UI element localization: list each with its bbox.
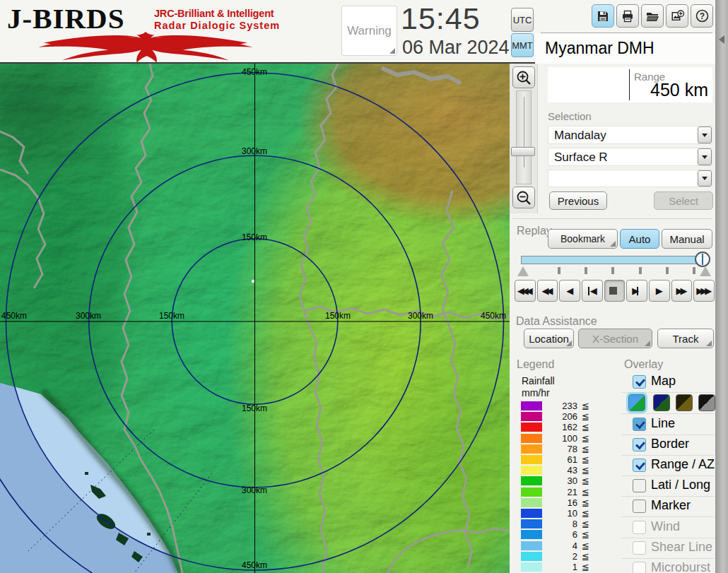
location-button[interactable]: Location <box>524 329 574 348</box>
checkbox-shear-line[interactable] <box>633 541 646 555</box>
previous-button[interactable]: Previous <box>549 191 607 210</box>
zoom-slider-thumb[interactable] <box>511 147 535 156</box>
help-button[interactable]: ? <box>691 4 713 28</box>
station-dropdown[interactable]: Mandalay <box>548 126 712 144</box>
legend-suffix: ≦ <box>582 411 589 422</box>
legend-color-swatch <box>521 466 542 475</box>
overlay-item-label: Shear Line <box>651 540 712 555</box>
replay-label: Replay <box>517 225 552 237</box>
radar-map-canvas[interactable]: 450km 300km 150km 150km 300km 450km 450k… <box>0 64 510 573</box>
dropdown-arrow-button[interactable] <box>698 170 712 187</box>
auto-mode-button[interactable]: Auto <box>620 229 659 249</box>
legend-color-swatch <box>521 434 542 443</box>
skip-to-end-button[interactable]: ▶ <box>626 280 647 302</box>
svg-text:450km: 450km <box>481 311 506 321</box>
zoom-out-button[interactable] <box>512 187 535 208</box>
tick <box>558 267 560 274</box>
legend-suffix: ≦ <box>582 508 589 519</box>
location-label: Location <box>529 333 569 345</box>
station-title-band: Myanmar DMH <box>535 33 715 64</box>
help-icon: ? <box>695 8 710 23</box>
checkbox-wind[interactable] <box>633 521 646 534</box>
utc-button[interactable]: UTC <box>511 8 534 32</box>
legend-value: 206 <box>544 411 577 422</box>
checkbox-microburst[interactable] <box>633 562 646 573</box>
range-start-marker[interactable] <box>517 266 529 276</box>
radar-site-marker <box>252 280 254 283</box>
warning-button[interactable]: Warning <box>341 6 397 56</box>
checkbox-range-az[interactable] <box>633 459 646 472</box>
collapsed-side-strip[interactable] <box>715 0 728 573</box>
corner-fold-icon <box>566 341 572 346</box>
checkbox-line[interactable] <box>633 418 646 431</box>
panel-collapse-arrow-icon <box>719 35 724 44</box>
zoom-slider-track[interactable] <box>516 90 532 184</box>
overlay-row-map: Map <box>623 372 715 392</box>
checkbox-lati-long[interactable] <box>633 479 646 492</box>
map-style-navy-darkgreen[interactable] <box>653 394 670 411</box>
save-button[interactable] <box>592 4 614 28</box>
range-end-marker[interactable] <box>700 266 711 276</box>
zoom-in-button[interactable] <box>512 66 535 88</box>
checkbox-border[interactable] <box>633 438 646 451</box>
legend-value: 78 <box>544 444 577 454</box>
fast-rewind-2-button[interactable]: ◀◀ <box>537 280 558 302</box>
selection-label: Selection <box>548 110 592 122</box>
legend-suffix: ≦ <box>582 562 589 572</box>
legend-suffix: ≦ <box>582 444 589 454</box>
track-label: Track <box>673 333 699 345</box>
legend-row: 206≦ <box>521 411 599 422</box>
legend-value: 4 <box>544 540 577 551</box>
overlay-row-range-az: Range / AZ <box>623 455 715 475</box>
print-icon <box>621 9 635 23</box>
svg-text:300km: 300km <box>408 311 433 321</box>
stop-button[interactable] <box>604 280 626 302</box>
legend-suffix: ≦ <box>582 487 589 497</box>
tick <box>585 267 587 274</box>
chevron-down-icon <box>702 177 708 180</box>
legend-color-swatch <box>521 562 542 572</box>
x-section-button: X-Section <box>578 329 652 348</box>
add-image-icon <box>670 9 685 23</box>
fast-forward-2-button[interactable]: ▶▶ <box>671 280 693 302</box>
checkbox-map[interactable] <box>633 375 646 389</box>
checkbox-marker[interactable] <box>633 500 646 513</box>
mmt-button[interactable]: MMT <box>511 33 534 57</box>
corner-fold-icon <box>610 241 616 247</box>
map-style-dark-olive[interactable] <box>676 394 693 411</box>
chevron-down-icon <box>702 134 708 137</box>
map-style-black-gray[interactable] <box>698 394 715 411</box>
open-folder-button[interactable] <box>641 4 664 28</box>
manual-mode-button[interactable]: Manual <box>662 229 712 249</box>
dropdown-arrow-button[interactable] <box>698 148 712 165</box>
legend-color-swatch <box>521 519 542 528</box>
print-button[interactable] <box>616 4 639 28</box>
zoom-slider-groove <box>524 97 524 167</box>
replay-slider-track[interactable] <box>521 256 707 264</box>
tick <box>639 267 642 274</box>
play-backward-button[interactable]: ◀ <box>559 280 580 302</box>
fast-forward-3-button[interactable]: ▶▶▶ <box>693 280 715 302</box>
fast-rewind-3-button[interactable]: ◀◀◀ <box>515 280 536 302</box>
legend-suffix: ≦ <box>582 401 589 411</box>
map-style-blue-green[interactable] <box>628 394 645 411</box>
legend-value: 2 <box>544 551 577 562</box>
legend-value: 100 <box>544 433 577 444</box>
replay-slider-handle[interactable] <box>695 252 710 267</box>
product-dropdown[interactable]: Surface R <box>548 148 712 166</box>
play-button[interactable]: ▶ <box>649 280 670 302</box>
svg-text:300km: 300km <box>76 311 101 321</box>
overlay-item-label: Microburst <box>651 560 710 573</box>
tick <box>666 267 669 274</box>
legend-row: 21≦ <box>521 487 599 497</box>
add-image-button[interactable] <box>666 4 688 28</box>
dropdown-arrow-button[interactable] <box>698 126 712 143</box>
tick <box>611 267 614 274</box>
skip-to-start-button[interactable]: ◀ <box>582 280 603 302</box>
option-dropdown[interactable] <box>548 170 712 187</box>
bookmark-button[interactable]: Bookmark <box>548 229 618 249</box>
track-button[interactable]: Track <box>657 329 714 348</box>
overlay-row-wind: Wind <box>623 517 715 538</box>
legend-row: 43≦ <box>521 465 599 475</box>
map-style-swatches <box>623 393 715 413</box>
